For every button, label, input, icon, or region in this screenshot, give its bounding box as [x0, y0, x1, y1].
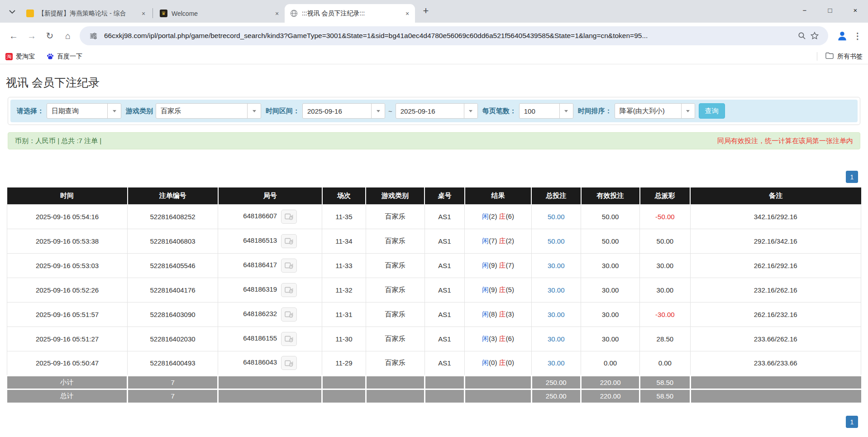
bookmark-label: 百度一下	[57, 53, 82, 61]
url-text[interactable]: 66cxkj98.com/ipl/portal.php/game/betreco…	[104, 32, 791, 40]
cell-bet-id: 522816405546	[128, 253, 218, 278]
select-date-to[interactable]: 2025-09-16	[396, 103, 478, 119]
select-query-type[interactable]: 日期查询	[47, 103, 121, 119]
cell-game-type: 百家乐	[366, 278, 424, 302]
tab-title: Welcome	[172, 10, 273, 17]
cell-round-id: 648186155	[218, 327, 322, 351]
profile-avatar[interactable]	[835, 28, 850, 43]
filter-bar: 请选择： 日期查询 游戏类别 百家乐 时间区间： 2025-09-16 ~ 20…	[10, 100, 858, 122]
tab-search-button[interactable]	[5, 5, 19, 19]
cell-time: 2025-09-16 05:51:57	[7, 302, 128, 327]
header-round-id: 局号	[218, 187, 322, 204]
video-replay-button[interactable]	[281, 259, 297, 273]
cell-total-bet[interactable]: 30.00	[531, 302, 581, 327]
home-button[interactable]: ⌂	[59, 27, 77, 45]
footer-empty-cell	[465, 375, 531, 389]
browser-menu-icon[interactable]: ⋮	[852, 31, 863, 41]
select-value: 2025-09-16	[303, 104, 371, 118]
select-page-size[interactable]: 100	[519, 103, 573, 119]
video-camera-icon	[285, 335, 294, 342]
footer-valid-bet: 220.00	[581, 375, 640, 389]
table-row: 2025-09-16 05:54:16522816408252648186607…	[7, 204, 861, 229]
baidu-icon	[47, 53, 54, 60]
cell-total-bet[interactable]: 30.00	[531, 327, 581, 351]
video-replay-button[interactable]	[281, 210, 297, 224]
video-replay-button[interactable]	[281, 307, 297, 322]
cell-bet-id: 522816408252	[128, 204, 218, 229]
window-controls: − □ ×	[792, 0, 868, 20]
cell-table-no: AS1	[424, 253, 465, 278]
chevron-down-icon	[9, 10, 15, 14]
new-tab-button[interactable]: +	[420, 5, 432, 17]
zoom-icon[interactable]	[796, 29, 808, 42]
cell-total-bet[interactable]: 30.00	[531, 253, 581, 278]
minimize-button[interactable]: −	[792, 0, 817, 20]
footer-count: 7	[128, 389, 218, 403]
tab-title: :::视讯 会员下注纪录:::	[302, 10, 403, 18]
result-banker-label: 庄	[499, 359, 506, 366]
footer-empty-cell	[218, 375, 322, 389]
back-button[interactable]: ←	[5, 27, 23, 45]
cell-table-no: AS1	[424, 229, 465, 253]
page-1-button[interactable]: 1	[846, 171, 858, 183]
cell-total-bet[interactable]: 30.00	[531, 351, 581, 375]
video-replay-button[interactable]	[281, 234, 297, 248]
welcome-favicon-icon: ♛	[160, 10, 167, 17]
all-bookmarks[interactable]: 所有书签	[817, 52, 863, 61]
video-replay-button[interactable]	[281, 283, 297, 297]
table-header: 时间 注单编号 局号 场次 游戏类别 桌号 结果 总投注 有效投注 总派彩 备注	[7, 187, 861, 204]
select-value: 日期查询	[47, 104, 107, 118]
cell-total-bet[interactable]: 30.00	[531, 278, 581, 302]
query-button[interactable]: 查询	[699, 103, 725, 119]
reload-button[interactable]: ↻	[41, 27, 59, 45]
close-window-button[interactable]: ×	[843, 0, 868, 20]
footer-label: 总计	[7, 389, 128, 403]
select-value: 2025-09-16	[396, 104, 464, 118]
chevron-down-icon[interactable]	[464, 104, 477, 118]
footer-total-bet: 250.00	[531, 389, 581, 403]
tab-forum[interactable]: 【新提醒】海燕策略论坛 - 综合 ×	[21, 4, 151, 23]
close-icon[interactable]: ×	[139, 10, 148, 18]
bookmark-baidu[interactable]: 百度一下	[47, 53, 82, 61]
cell-bet-id: 522816406803	[128, 229, 218, 253]
chevron-down-icon[interactable]	[681, 104, 695, 118]
cell-result: 闲(2) 庄(6)	[465, 204, 531, 229]
chevron-down-icon[interactable]	[371, 104, 385, 118]
cell-result: 闲(9) 庄(7)	[465, 253, 531, 278]
valid-bet-notice: 同局有效投注，统一计算在该局第一张注单内	[717, 137, 853, 145]
url-bar[interactable]: 66cxkj98.com/ipl/portal.php/game/betreco…	[80, 26, 828, 45]
video-replay-button[interactable]	[281, 356, 297, 370]
forward-button[interactable]: →	[23, 27, 41, 45]
chevron-down-icon[interactable]	[107, 104, 121, 118]
cell-valid-bet: 30.00	[581, 302, 640, 327]
all-bookmarks-label: 所有书签	[837, 53, 863, 61]
select-time-sort[interactable]: 降幂(由大到小)	[615, 103, 695, 119]
cell-total-bet[interactable]: 50.00	[531, 204, 581, 229]
select-date-from[interactable]: 2025-09-16	[302, 103, 385, 119]
cell-total-bet[interactable]: 50.00	[531, 229, 581, 253]
bookmark-taobao[interactable]: 淘 爱淘宝	[5, 53, 35, 61]
bookmark-star-icon[interactable]	[808, 29, 821, 42]
tab-betrecord[interactable]: :::视讯 会员下注纪录::: ×	[285, 4, 415, 23]
filter-panel: 请选择： 日期查询 游戏类别 百家乐 时间区间： 2025-09-16 ~ 20…	[8, 97, 860, 125]
result-banker-label: 庄	[499, 212, 506, 220]
cell-note: 262.16/292.16	[690, 253, 861, 278]
cell-result: 闲(3) 庄(6)	[465, 327, 531, 351]
tab-welcome[interactable]: ♛ Welcome ×	[154, 4, 285, 23]
result-banker-value: (6)	[506, 335, 514, 342]
close-icon[interactable]: ×	[403, 10, 411, 18]
table-body: 2025-09-16 05:54:16522816408252648186607…	[7, 204, 861, 375]
chevron-down-icon[interactable]	[247, 104, 261, 118]
site-settings-icon[interactable]	[87, 29, 100, 42]
bookmark-label: 爱淘宝	[16, 53, 35, 61]
select-game-type[interactable]: 百家乐	[156, 103, 261, 119]
chevron-down-icon[interactable]	[559, 104, 573, 118]
video-replay-button[interactable]	[281, 332, 297, 346]
close-icon[interactable]: ×	[273, 10, 281, 18]
cell-table-no: AS1	[424, 204, 465, 229]
cell-note: 232.16/262.16	[690, 278, 861, 302]
maximize-button[interactable]: □	[817, 0, 843, 20]
page-1-button[interactable]: 1	[846, 416, 858, 428]
table-footer: 小计7250.00220.0058.50总计7250.00220.0058.50	[7, 375, 861, 403]
result-banker-value: (7)	[506, 261, 514, 269]
